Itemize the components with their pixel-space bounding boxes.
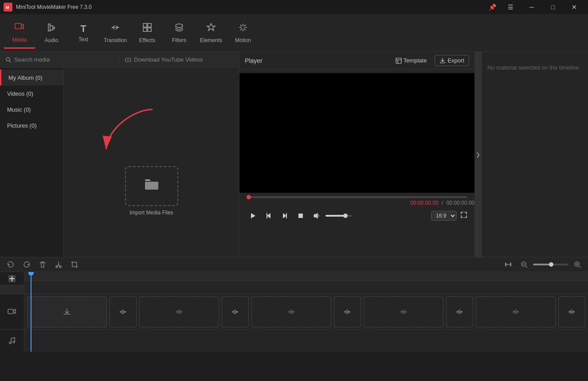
volume-thumb[interactable] (343, 214, 348, 218)
import-label: Import Media Files (125, 210, 178, 216)
stop-button[interactable] (294, 210, 307, 222)
player-panel: Player Template Export (239, 52, 474, 257)
player-timeline-bar[interactable] (247, 196, 467, 198)
prev-frame-button[interactable] (263, 210, 275, 222)
empty-clip-4[interactable] (476, 296, 556, 327)
transition-clip-4[interactable] (446, 296, 473, 327)
transition-icon-2 (175, 308, 183, 316)
toolbar-item-text[interactable]: T Text (67, 17, 99, 49)
toolbar-label-transition: Transition (104, 37, 127, 43)
timeline-ruler (24, 272, 588, 281)
search-media-button[interactable]: Search media (0, 56, 120, 63)
timeline-tracks (24, 272, 588, 352)
fullscreen-button[interactable] (460, 211, 467, 220)
player-progress-thumb[interactable] (247, 195, 251, 199)
transition-clip-5[interactable] (558, 296, 585, 327)
toolbar-item-media[interactable]: Media (4, 17, 35, 49)
title-bar-left: M MiniTool MovieMaker Free 7.3.0 (4, 3, 92, 12)
sidebar-item-videos[interactable]: Videos (0) (0, 86, 63, 101)
text-icon: T (80, 23, 86, 35)
right-panel-toggle[interactable]: ❯ (474, 52, 482, 257)
toolbar-item-filters[interactable]: Filters (163, 17, 195, 49)
svg-rect-27 (8, 309, 13, 314)
cut-button[interactable] (51, 257, 66, 272)
player-progress-bar[interactable] (247, 196, 467, 198)
track-label-add-clip[interactable] (0, 272, 24, 285)
zoom-fill (533, 264, 551, 265)
arrow-container: Import Media Files (64, 101, 239, 225)
pin-button[interactable]: 📌 (485, 0, 499, 14)
crop-icon (71, 260, 78, 268)
close-button[interactable]: ✕ (564, 0, 584, 14)
search-icon (5, 57, 12, 63)
undo-button[interactable] (4, 257, 18, 272)
video-clip[interactable] (27, 296, 107, 327)
sidebar-item-myalbum[interactable]: My Album (0) (0, 70, 63, 86)
timeline-playhead[interactable] (31, 272, 31, 352)
svg-rect-17 (286, 213, 287, 218)
maximize-button[interactable]: □ (543, 0, 563, 14)
transition-icon (110, 22, 121, 35)
empty-clip-2[interactable] (251, 296, 331, 327)
toolbar-label-motion: Motion (235, 37, 251, 43)
toolbar-item-motion[interactable]: Motion (227, 17, 259, 49)
volume-button[interactable] (310, 210, 323, 222)
menu-button[interactable]: ☰ (500, 0, 521, 14)
zoom-out-button[interactable] (517, 257, 531, 272)
video-track-icon (8, 307, 16, 316)
transition-clip-1[interactable] (110, 296, 137, 327)
svg-marker-16 (283, 213, 286, 218)
player-header: Player Template Export (239, 52, 474, 70)
delete-button[interactable] (35, 257, 50, 272)
transition-icon-4 (287, 308, 295, 316)
volume-fill (325, 215, 345, 217)
toolbar-item-effects[interactable]: Effects (131, 17, 163, 49)
transition-icon-5 (343, 308, 351, 316)
empty-clip-3[interactable] (364, 296, 443, 327)
delete-icon (39, 260, 47, 268)
download-youtube-button[interactable]: Download YouTube Videos (120, 56, 239, 63)
title-bar-controls: 📌 ☰ ─ □ ✕ (485, 0, 584, 14)
import-media-box[interactable] (125, 166, 178, 206)
player-header-buttons: Template Export (391, 55, 469, 66)
template-button[interactable]: Template (391, 55, 431, 66)
zoom-thumb[interactable] (549, 262, 553, 267)
download-youtube-label: Download YouTube Videos (134, 56, 203, 63)
export-button[interactable]: Export (435, 55, 469, 66)
toolbar-item-elements[interactable]: Elements (195, 17, 227, 49)
zoom-fit-button[interactable] (501, 257, 515, 272)
sidebar-item-pictures[interactable]: Pictures (0) (0, 117, 63, 133)
player-controls: 16:9 4:3 1:1 9:16 (239, 208, 474, 224)
svg-point-7 (176, 24, 183, 27)
aspect-ratio-select[interactable]: 16:9 4:3 1:1 9:16 (431, 211, 457, 221)
play-icon (249, 212, 256, 219)
transition-icon-7 (455, 308, 463, 316)
transition-icon-8 (512, 308, 520, 316)
volume-slider[interactable] (325, 215, 352, 217)
title-text: MiniTool MovieMaker Free 7.3.0 (16, 4, 92, 10)
zoom-controls (501, 257, 584, 272)
toolbar-item-transition[interactable]: Transition (99, 17, 131, 49)
player-title: Player (245, 57, 263, 64)
play-button[interactable] (247, 210, 259, 222)
zoom-in-button[interactable] (570, 257, 584, 272)
transition-clip-2[interactable] (222, 296, 249, 327)
player-time: 00:00:00.00 / 00:00:00.00 (239, 200, 474, 206)
left-panel-header: Search media Download YouTube Videos (0, 52, 239, 68)
minimize-button[interactable]: ─ (521, 0, 542, 14)
track-label-music (0, 330, 24, 352)
crop-button[interactable] (67, 257, 82, 272)
next-frame-button[interactable] (278, 210, 291, 222)
sidebar-item-music-label: Music (0) (7, 106, 31, 113)
sidebar-item-music[interactable]: Music (0) (0, 101, 63, 117)
elements-icon (206, 22, 216, 35)
zoom-slider[interactable] (533, 264, 568, 265)
transition-clip-3[interactable] (334, 296, 361, 327)
empty-clip-1[interactable] (139, 296, 219, 327)
redo-button[interactable] (20, 257, 34, 272)
toolbar-item-audio[interactable]: Audio (35, 17, 67, 49)
svg-point-28 (9, 342, 11, 344)
player-time-separator: / (440, 200, 445, 206)
toggle-icon: ❯ (476, 152, 480, 158)
svg-marker-19 (314, 213, 318, 218)
